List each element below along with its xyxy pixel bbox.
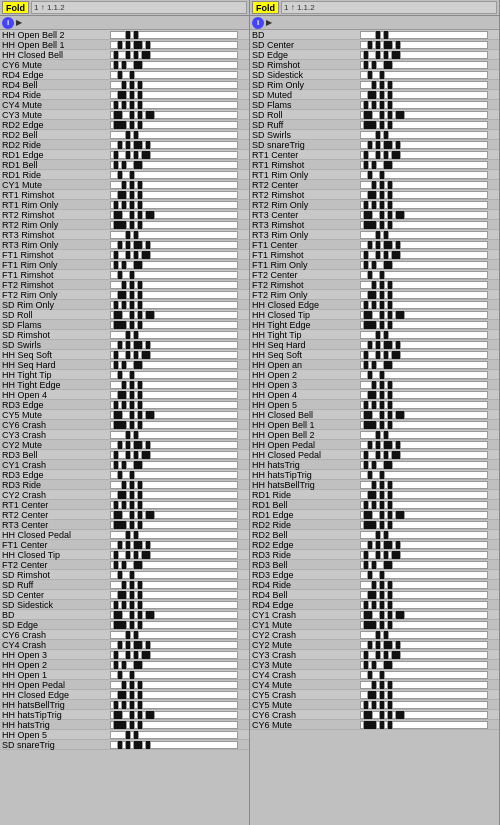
table-row[interactable]: HH Open 3 [250,380,499,390]
table-row[interactable]: HH hatsTrig [0,720,249,730]
table-row[interactable]: HH hatsTipTrig [0,710,249,720]
right-fold-button[interactable]: Fold [252,1,279,14]
table-row[interactable]: RT2 Rim Only [0,220,249,230]
table-row[interactable]: SD Roll [250,110,499,120]
table-row[interactable]: FT1 Rimshot [0,250,249,260]
table-row[interactable]: RT2 Center [0,510,249,520]
table-row[interactable]: RD2 Edge [0,120,249,130]
table-row[interactable]: RD3 Edge [0,400,249,410]
table-row[interactable]: FT2 Rim Only [0,290,249,300]
left-fold-button[interactable]: Fold [2,1,29,14]
table-row[interactable]: FT1 Center [250,240,499,250]
table-row[interactable]: RT3 Rim Only [250,230,499,240]
table-row[interactable]: RD4 Ride [250,580,499,590]
table-row[interactable]: FT2 Rimshot [250,280,499,290]
table-row[interactable]: SD Sidestick [250,70,499,80]
table-row[interactable]: HH Closed Pedal [0,530,249,540]
table-row[interactable]: CY5 Crash [250,690,499,700]
table-row[interactable]: HH Seq Hard [250,340,499,350]
table-row[interactable]: FT2 Rimshot [0,280,249,290]
table-row[interactable]: CY3 Crash [250,650,499,660]
table-row[interactable]: CY1 Crash [0,460,249,470]
table-row[interactable]: RT2 Rimshot [250,190,499,200]
table-row[interactable]: CY6 Crash [0,420,249,430]
table-row[interactable]: RT3 Center [250,210,499,220]
table-row[interactable]: CY4 Crash [0,640,249,650]
table-row[interactable]: HH Open Bell 2 [250,430,499,440]
table-row[interactable]: RD2 Bell [250,530,499,540]
table-row[interactable]: RT1 Center [0,500,249,510]
table-row[interactable]: RD1 Bell [0,160,249,170]
right-info-icon[interactable]: i [252,17,264,29]
table-row[interactable]: SD Flams [250,100,499,110]
table-row[interactable]: HH Open Bell 1 [0,40,249,50]
table-row[interactable]: RD1 Bell [250,500,499,510]
table-row[interactable]: FT2 Rim Only [250,290,499,300]
table-row[interactable]: HH Closed Bell [0,50,249,60]
table-row[interactable]: RD3 Ride [250,550,499,560]
table-row[interactable]: HH Open 3 [0,650,249,660]
table-row[interactable]: CY6 Mute [250,720,499,730]
table-row[interactable]: SD Edge [250,50,499,60]
table-row[interactable]: HH Closed Pedal [250,450,499,460]
table-row[interactable]: HH Seq Soft [250,350,499,360]
left-info-icon[interactable]: i [2,17,14,29]
table-row[interactable]: RD2 Ride [0,140,249,150]
table-row[interactable]: RT1 Center [250,150,499,160]
table-row[interactable]: HH Closed Bell [250,410,499,420]
table-row[interactable]: RT2 Rim Only [250,200,499,210]
table-row[interactable]: RD2 Bell [0,130,249,140]
table-row[interactable]: FT2 Center [250,270,499,280]
table-row[interactable]: CY1 Mute [250,620,499,630]
table-row[interactable]: HH Tight Edge [250,320,499,330]
table-row[interactable]: RD1 Ride [0,170,249,180]
table-row[interactable]: SD Center [250,40,499,50]
table-row[interactable]: SD Muted [250,90,499,100]
table-row[interactable]: RD2 Ride [250,520,499,530]
table-row[interactable]: SD snareTrig [250,140,499,150]
table-row[interactable]: RD3 Edge [250,570,499,580]
table-row[interactable]: RD4 Edge [0,70,249,80]
table-row[interactable]: HH Closed Edge [0,690,249,700]
table-row[interactable]: HH hatsBellTrig [250,480,499,490]
table-row[interactable]: CY5 Mute [0,410,249,420]
table-row[interactable]: RT1 Rimshot [0,190,249,200]
table-row[interactable]: FT1 Rim Only [0,260,249,270]
table-row[interactable]: HH Tight Tip [250,330,499,340]
table-row[interactable]: CY3 Crash [0,430,249,440]
table-row[interactable]: SD Ruff [250,120,499,130]
table-row[interactable]: RD1 Edge [250,510,499,520]
table-row[interactable]: SD Flams [0,320,249,330]
table-row[interactable]: RD3 Bell [250,560,499,570]
table-row[interactable]: HH Seq Soft [0,350,249,360]
table-row[interactable]: RD1 Edge [0,150,249,160]
table-row[interactable]: RD3 Ride [0,480,249,490]
table-row[interactable]: CY6 Crash [250,710,499,720]
table-row[interactable]: RT1 Rimshot [250,160,499,170]
table-row[interactable]: HH Open Pedal [250,440,499,450]
table-row[interactable]: SD Rim Only [250,80,499,90]
table-row[interactable]: HH Open 4 [0,390,249,400]
table-row[interactable]: FT1 Rimshot [0,270,249,280]
table-row[interactable]: RT1 Rim Only [0,200,249,210]
table-row[interactable]: CY2 Crash [0,490,249,500]
table-row[interactable]: HH hatsTipTrig [250,470,499,480]
table-row[interactable]: CY4 Crash [250,670,499,680]
table-row[interactable]: HH Closed Edge [250,300,499,310]
table-row[interactable]: HH Open 1 [0,670,249,680]
table-row[interactable]: HH Closed Tip [0,550,249,560]
table-row[interactable]: CY3 Mute [0,110,249,120]
table-row[interactable]: RD2 Edge [250,540,499,550]
table-row[interactable]: FT1 Rimshot [250,250,499,260]
table-row[interactable]: CY6 Crash [0,630,249,640]
table-row[interactable]: RD1 Ride [250,490,499,500]
table-row[interactable]: CY2 Crash [250,630,499,640]
table-row[interactable]: CY3 Mute [250,660,499,670]
table-row[interactable]: RT3 Rimshot [0,230,249,240]
table-row[interactable]: RD3 Bell [0,450,249,460]
table-row[interactable]: BD [250,30,499,40]
table-row[interactable]: HH Tight Edge [0,380,249,390]
table-row[interactable]: HH Seq Hard [0,360,249,370]
table-row[interactable]: HH Open Pedal [0,680,249,690]
table-row[interactable]: SD Swirls [250,130,499,140]
